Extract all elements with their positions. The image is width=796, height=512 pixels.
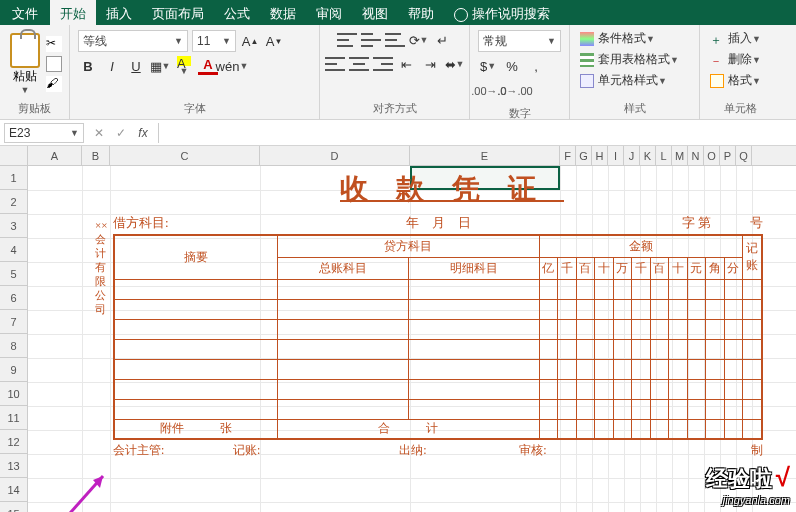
tab-review[interactable]: 审阅 (306, 0, 352, 25)
tab-view[interactable]: 视图 (352, 0, 398, 25)
font-size-combo[interactable]: 11▼ (192, 30, 236, 52)
col-header[interactable]: A (28, 146, 82, 165)
increase-font-icon[interactable]: A▲ (239, 30, 261, 52)
cell-grid[interactable]: ××会计有限公司 收款凭证 借方科目: 年 月 日 字 第 号 摘要 贷方科目 … (28, 166, 796, 512)
cancel-icon[interactable]: ✕ (88, 122, 110, 144)
decrease-decimal-icon[interactable]: .0→.00 (504, 80, 526, 102)
tab-insert[interactable]: 插入 (96, 0, 142, 25)
clipboard-icon (10, 33, 40, 68)
align-bottom-icon[interactable] (384, 29, 406, 51)
number-format-combo[interactable]: 常规▼ (478, 30, 561, 52)
col-header[interactable]: P (720, 146, 736, 165)
tell-me[interactable]: 操作说明搜索 (444, 0, 560, 25)
fill-color-button[interactable]: A▼ (173, 55, 195, 77)
col-header[interactable]: N (688, 146, 704, 165)
voucher-number-label: 字 第 号 (583, 214, 763, 232)
name-box[interactable]: E23▼ (4, 123, 84, 143)
hdr-post: 记账 (743, 235, 762, 279)
orientation-icon[interactable]: ⟳▼ (408, 29, 430, 51)
align-left-icon[interactable] (324, 53, 346, 75)
wrap-text-icon[interactable]: ↵ (432, 29, 454, 51)
row-header[interactable]: 13 (0, 454, 27, 478)
col-header[interactable]: M (672, 146, 688, 165)
row-header[interactable]: 15 (0, 502, 27, 512)
row-header[interactable]: 4 (0, 238, 27, 262)
formula-bar-row: E23▼ ✕ ✓ fx (0, 120, 796, 146)
tab-data[interactable]: 数据 (260, 0, 306, 25)
delete-cells-button[interactable]: －删除 ▼ (706, 49, 774, 70)
row-header[interactable]: 9 (0, 358, 27, 382)
italic-button[interactable]: I (101, 55, 123, 77)
align-center-icon[interactable] (348, 53, 370, 75)
row-header[interactable]: 8 (0, 334, 27, 358)
group-label: 单元格 (706, 99, 774, 116)
paste-button[interactable]: 粘贴 ▼ (6, 31, 44, 97)
col-header[interactable]: B (82, 146, 110, 165)
align-top-icon[interactable] (336, 29, 358, 51)
tab-layout[interactable]: 页面布局 (142, 0, 214, 25)
enter-icon[interactable]: ✓ (110, 122, 132, 144)
row-header[interactable]: 1 (0, 166, 27, 190)
group-label: 剪贴板 (6, 99, 63, 116)
row-header[interactable]: 14 (0, 478, 27, 502)
tab-home[interactable]: 开始 (50, 0, 96, 25)
table-format-icon (580, 53, 594, 67)
voucher-title: 收款凭证 (113, 170, 763, 208)
col-header[interactable]: L (656, 146, 672, 165)
col-header[interactable]: D (260, 146, 410, 165)
file-tab[interactable]: 文件 (0, 0, 50, 25)
col-header[interactable]: C (110, 146, 260, 165)
percent-icon[interactable]: % (501, 55, 523, 77)
check-icon: √ (776, 462, 790, 492)
table-format-button[interactable]: 套用表格格式 ▼ (576, 49, 693, 70)
sig-manager: 会计主管: (113, 442, 233, 459)
tab-formula[interactable]: 公式 (214, 0, 260, 25)
col-header[interactable]: J (624, 146, 640, 165)
col-header[interactable]: E (410, 146, 560, 165)
merge-icon[interactable]: ⬌▼ (444, 53, 466, 75)
col-header[interactable]: K (640, 146, 656, 165)
align-middle-icon[interactable] (360, 29, 382, 51)
unit-yuan: 元 (687, 257, 706, 279)
row-header[interactable]: 12 (0, 430, 27, 454)
col-header[interactable]: F (560, 146, 576, 165)
indent-left-icon[interactable]: ⇤ (396, 53, 418, 75)
select-all-corner[interactable] (0, 146, 28, 165)
fx-icon[interactable]: fx (132, 122, 154, 144)
font-name-combo[interactable]: 等线▼ (78, 30, 188, 52)
align-right-icon[interactable] (372, 53, 394, 75)
insert-cells-button[interactable]: ＋插入 ▼ (706, 28, 774, 49)
row-header[interactable]: 2 (0, 190, 27, 214)
cell-style-button[interactable]: 单元格样式 ▼ (576, 70, 693, 91)
row-header[interactable]: 6 (0, 286, 27, 310)
comma-icon[interactable]: , (525, 55, 547, 77)
col-header[interactable]: O (704, 146, 720, 165)
indent-right-icon[interactable]: ⇥ (420, 53, 442, 75)
column-headers: ABCDEFGHIJKLMNOPQ (0, 146, 796, 166)
col-header[interactable]: I (608, 146, 624, 165)
currency-icon[interactable]: $▼ (477, 55, 499, 77)
underline-button[interactable]: U (125, 55, 147, 77)
row-header[interactable]: 7 (0, 310, 27, 334)
format-painter-icon[interactable]: 🖌 (46, 76, 62, 92)
copy-icon[interactable] (46, 56, 62, 72)
format-icon (710, 74, 724, 88)
cut-icon[interactable]: ✂ (46, 36, 62, 52)
formula-input[interactable] (158, 123, 796, 143)
col-header[interactable]: Q (736, 146, 752, 165)
border-button[interactable]: ▦▼ (149, 55, 171, 77)
phonetic-button[interactable]: wén▼ (221, 55, 243, 77)
decrease-font-icon[interactable]: A▼ (263, 30, 285, 52)
bold-button[interactable]: B (77, 55, 99, 77)
row-header[interactable]: 3 (0, 214, 27, 238)
row-header[interactable]: 11 (0, 406, 27, 430)
tab-help[interactable]: 帮助 (398, 0, 444, 25)
format-cells-button[interactable]: 格式 ▼ (706, 70, 774, 91)
title-bar: 文件 开始 插入 页面布局 公式 数据 审阅 视图 帮助 操作说明搜索 (0, 0, 796, 25)
col-header[interactable]: H (592, 146, 608, 165)
col-header[interactable]: G (576, 146, 592, 165)
conditional-format-button[interactable]: 条件格式 ▼ (576, 28, 693, 49)
row-header[interactable]: 10 (0, 382, 27, 406)
row-header[interactable]: 5 (0, 262, 27, 286)
company-side-label: ××会计有限公司 (95, 218, 109, 316)
